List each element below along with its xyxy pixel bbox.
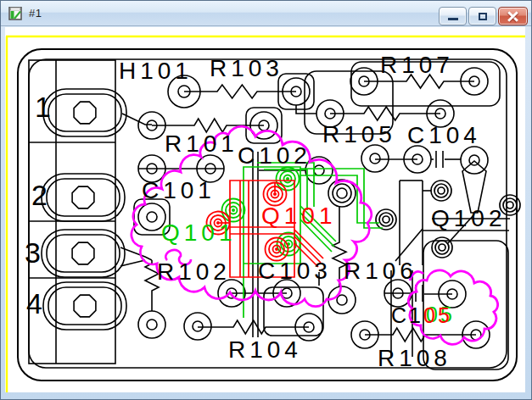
label-Q101: Q101 <box>261 203 337 229</box>
label-C104: C104 <box>407 122 481 148</box>
label-4: 4 <box>26 287 42 319</box>
minimize-button[interactable] <box>439 7 467 25</box>
close-icon <box>507 12 518 21</box>
label-R108: R108 <box>378 345 451 371</box>
window-title: #1 <box>29 7 42 19</box>
titlebar[interactable]: #1 <box>1 1 531 26</box>
minimize-icon <box>448 18 458 20</box>
label-C103: C103 <box>258 258 332 284</box>
reference-designators: 1234H101R103R107R101R105C104C102C101Q101… <box>25 52 507 371</box>
label-Q102: Q102 <box>431 205 507 231</box>
label-H101: H101 <box>119 58 193 84</box>
label-R104: R104 <box>228 336 302 363</box>
maximize-button[interactable] <box>468 7 496 25</box>
label-R106: R106 <box>344 258 417 284</box>
label-C102: C102 <box>238 142 311 169</box>
close-button[interactable] <box>498 7 528 25</box>
label-R102: R102 <box>157 258 231 285</box>
maximize-icon <box>479 13 487 20</box>
app-window: #1 1234H101R103R107R101R105C104C102C101Q… <box>0 0 532 400</box>
overlay-green-q101 <box>222 163 384 318</box>
label-R107: R107 <box>380 52 454 78</box>
label-Q101: Q101 <box>161 219 237 246</box>
label-R105: R105 <box>322 121 396 147</box>
app-icon <box>8 7 23 20</box>
label-R103: R103 <box>210 55 283 81</box>
pcb-drawing[interactable]: 1234H101R103R107R101R105C104C102C101Q101… <box>5 27 525 392</box>
pcb-canvas[interactable]: 1234H101R103R107R101R105C104C102C101Q101… <box>5 27 525 392</box>
label-2: 2 <box>31 179 48 211</box>
label-R101: R101 <box>165 131 238 157</box>
label-C101: C101 <box>142 177 216 203</box>
label-C105: C105 <box>391 303 452 327</box>
label-1: 1 <box>35 91 51 123</box>
window-controls <box>439 7 528 25</box>
label-3: 3 <box>25 236 41 269</box>
